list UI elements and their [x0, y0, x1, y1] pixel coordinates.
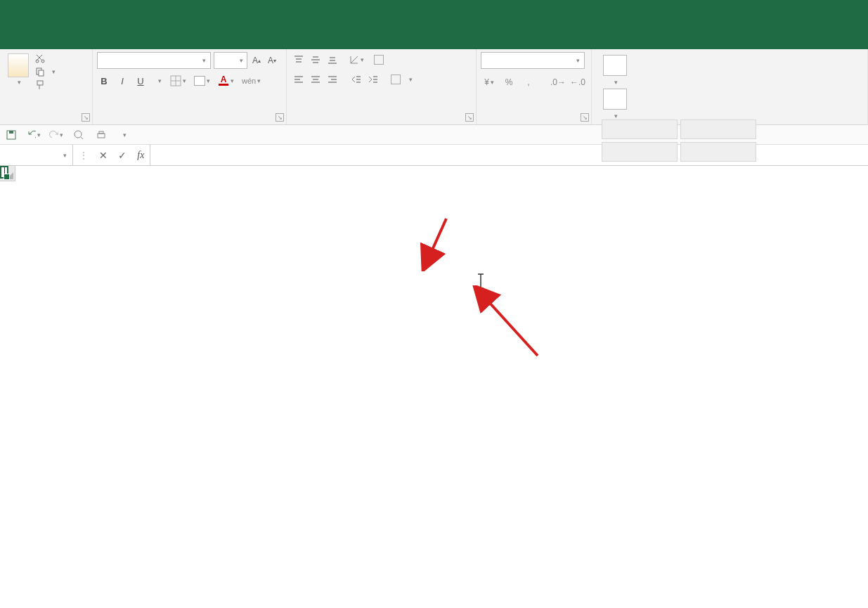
preview-icon	[73, 129, 84, 141]
checkbox-icon	[374, 55, 384, 65]
style-neutral[interactable]	[602, 142, 678, 162]
alignment-launcher[interactable]: ↘	[465, 113, 474, 122]
font-launcher[interactable]: ↘	[276, 113, 284, 122]
conditional-format-icon	[603, 55, 627, 76]
active-cell[interactable]	[0, 166, 8, 179]
insert-function-button[interactable]: fx	[137, 150, 144, 161]
decrease-indent-button[interactable]	[349, 72, 364, 87]
wrap-text-button[interactable]	[374, 55, 387, 65]
chevron-down-icon: ▾	[240, 57, 243, 64]
italic-button[interactable]: I	[115, 73, 129, 89]
decrease-decimal-button[interactable]: ←.0	[569, 75, 586, 90]
row-headers	[0, 181, 15, 608]
cells-area[interactable]	[15, 181, 868, 608]
style-normal[interactable]	[602, 119, 678, 139]
percent-button[interactable]: %	[500, 75, 517, 90]
undo-icon	[27, 129, 36, 141]
align-middle-button[interactable]	[308, 52, 323, 67]
font-color-button[interactable]: A▾	[218, 76, 238, 86]
style-calc[interactable]	[680, 142, 756, 162]
accounting-format-button[interactable]: ¥▾	[481, 75, 498, 90]
fill-color-button[interactable]: ▾	[194, 76, 214, 86]
cancel-edit-button[interactable]: ✕	[99, 150, 108, 161]
align-left-button[interactable]	[291, 72, 306, 87]
group-styles: ▾ ▾	[592, 49, 868, 124]
redo-icon	[49, 129, 58, 141]
cut-button[interactable]	[35, 53, 56, 63]
font-size-input[interactable]: ▾	[214, 52, 247, 69]
align-bottom-button[interactable]	[325, 52, 340, 67]
brush-icon	[35, 80, 45, 90]
column-headers	[15, 166, 868, 181]
printer-icon	[96, 129, 107, 141]
phonetic-button[interactable]: wén▾	[242, 77, 261, 85]
format-painter-button[interactable]	[35, 80, 56, 90]
svg-line-35	[81, 137, 83, 139]
svg-rect-3	[39, 70, 44, 76]
paste-button[interactable]: ▾	[4, 52, 32, 90]
font-name-dropdown[interactable]: ▾	[97, 52, 211, 69]
chevron-down-icon: ▾	[202, 57, 206, 64]
confirm-edit-button[interactable]: ✓	[118, 150, 127, 161]
ribbon-tab-strip	[0, 21, 868, 49]
print-preview-button[interactable]	[72, 128, 86, 142]
print-button[interactable]	[94, 128, 108, 142]
bucket-icon	[194, 76, 205, 86]
svg-point-1	[41, 60, 44, 63]
merge-center-button[interactable]: ▾	[391, 75, 413, 84]
svg-rect-37	[99, 131, 103, 134]
spreadsheet-grid[interactable]	[0, 166, 868, 608]
group-alignment: ▾ ▾ ↘	[287, 49, 477, 124]
group-font: ▾ ▾ A▴ A▾ B I U ▾ ▾ ▾ A▾ wén▾ ↘	[93, 49, 287, 124]
align-right-button[interactable]	[325, 72, 340, 87]
text-cursor-icon	[4, 167, 5, 177]
formula-separator-icon: ⋮	[79, 150, 89, 161]
svg-rect-36	[98, 134, 105, 138]
orientation-button[interactable]: ▾	[349, 52, 364, 67]
format-as-table-button[interactable]: ▾	[596, 86, 634, 119]
increase-font-button[interactable]: A▴	[250, 53, 263, 68]
checkbox-icon	[391, 75, 401, 84]
scissors-icon	[35, 53, 45, 63]
title-bar	[0, 0, 868, 21]
underline-more-button[interactable]: ▾	[152, 73, 166, 89]
chevron-down-icon: ▾	[63, 152, 67, 159]
font-color-icon: A	[218, 76, 229, 86]
redo-button[interactable]: ▾	[49, 128, 63, 142]
increase-indent-button[interactable]	[365, 72, 381, 87]
qat-more-button[interactable]: ▾	[117, 128, 131, 142]
increase-decimal-button[interactable]: .0→	[550, 75, 566, 90]
paste-icon	[8, 53, 29, 77]
undo-button[interactable]: ▾	[27, 128, 41, 142]
dropdown-icon: ▾	[18, 79, 21, 86]
chevron-down-icon: ▾	[576, 57, 580, 64]
save-icon	[6, 129, 17, 141]
comma-button[interactable]: ,	[520, 75, 537, 90]
style-bad[interactable]	[680, 119, 756, 139]
cell-style-gallery	[602, 119, 863, 162]
copy-icon	[35, 67, 45, 77]
number-launcher[interactable]: ↘	[581, 113, 589, 122]
svg-point-34	[75, 131, 82, 138]
copy-button[interactable]: ▾	[35, 67, 56, 77]
align-top-button[interactable]	[291, 52, 306, 67]
bold-button[interactable]: B	[97, 73, 111, 89]
table-icon	[603, 89, 627, 110]
align-center-button[interactable]	[308, 72, 323, 87]
save-button[interactable]	[4, 128, 18, 142]
svg-rect-33	[9, 131, 13, 134]
decrease-font-button[interactable]: A▾	[266, 53, 278, 68]
clipboard-launcher[interactable]: ↘	[82, 113, 90, 122]
group-clipboard: ▾ ▾ ↘	[0, 49, 93, 124]
svg-rect-4	[37, 81, 43, 85]
name-box[interactable]: ▾	[0, 145, 73, 165]
number-format-dropdown[interactable]: ▾	[481, 52, 585, 69]
border-button[interactable]: ▾	[170, 75, 190, 86]
underline-button[interactable]: U	[134, 73, 148, 89]
ribbon: ▾ ▾ ↘	[0, 49, 868, 125]
group-number: ▾ ¥▾ % , .0→ ←.0 ↘	[477, 49, 592, 124]
conditional-format-button[interactable]: ▾	[596, 52, 634, 86]
